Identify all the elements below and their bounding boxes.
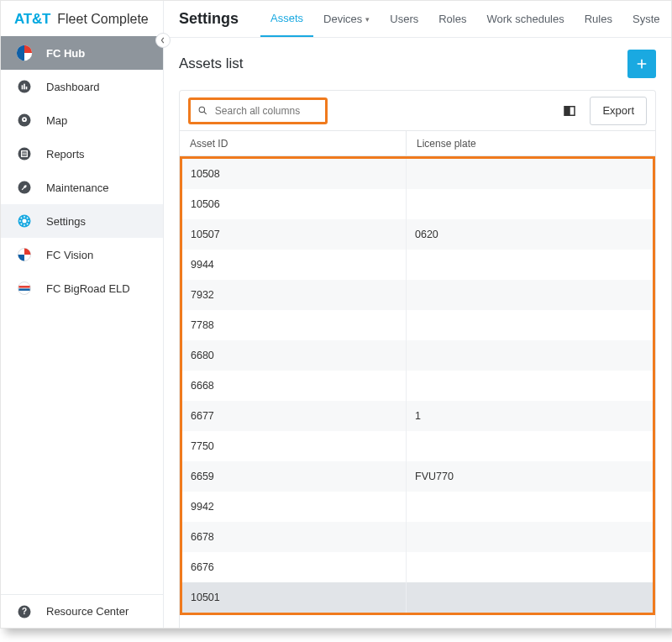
map-pin-icon bbox=[14, 110, 34, 130]
table-row[interactable]: 7788 bbox=[182, 310, 653, 340]
cell-license-plate: 0620 bbox=[407, 229, 653, 240]
tab-label: Users bbox=[390, 13, 418, 25]
table-row[interactable]: 6676 bbox=[182, 552, 653, 582]
cell-asset-id: 6668 bbox=[182, 371, 407, 401]
cell-license-plate: 1 bbox=[407, 410, 653, 422]
cell-asset-id: 10506 bbox=[182, 189, 407, 219]
svg-point-8 bbox=[18, 148, 31, 160]
table-row[interactable]: 6668 bbox=[182, 371, 653, 401]
table-row[interactable]: 7750 bbox=[182, 431, 653, 461]
sidebar-item-label: Settings bbox=[46, 215, 86, 228]
svg-point-17 bbox=[199, 107, 204, 112]
cell-asset-id: 6676 bbox=[182, 552, 407, 582]
brand-fc: Fleet Complete bbox=[57, 12, 149, 27]
reports-icon bbox=[14, 144, 34, 164]
sidebar-item-label: FC BigRoad ELD bbox=[46, 282, 130, 295]
chevron-down-icon: ▾ bbox=[365, 15, 370, 24]
svg-rect-19 bbox=[564, 106, 570, 115]
col-header-asset-id[interactable]: Asset ID bbox=[180, 131, 407, 155]
tab-work-schedules[interactable]: Work schedules bbox=[476, 1, 574, 37]
sidebar-item-label: FC Vision bbox=[46, 249, 93, 261]
sidebar-item-reports[interactable]: Reports bbox=[1, 137, 163, 171]
table-row[interactable]: 10508 bbox=[182, 159, 653, 189]
sidebar-item-map[interactable]: Map bbox=[1, 103, 163, 137]
svg-point-14 bbox=[18, 282, 31, 295]
sidebar-item-label: Map bbox=[46, 114, 67, 127]
add-button[interactable] bbox=[627, 50, 656, 78]
sidebar-item-fc-bigroad-eld[interactable]: FC BigRoad ELD bbox=[1, 271, 163, 305]
sidebar-item-label: Resource Center bbox=[46, 605, 129, 618]
globe-icon bbox=[14, 43, 34, 63]
table-body[interactable]: 1050810506105070620994479327788668066686… bbox=[180, 156, 655, 615]
sidebar-collapse-button[interactable] bbox=[155, 33, 171, 48]
sidebar-item-settings[interactable]: Settings bbox=[1, 204, 163, 238]
svg-point-12 bbox=[23, 219, 27, 224]
topbar: Settings Assets Devices▾ Users Roles Wor… bbox=[164, 1, 671, 38]
table-row[interactable]: 105070620 bbox=[182, 219, 653, 250]
cell-asset-id: 6659 bbox=[182, 461, 407, 492]
gear-icon bbox=[14, 211, 34, 231]
tab-roles[interactable]: Roles bbox=[428, 1, 476, 37]
cell-asset-id: 6680 bbox=[182, 340, 407, 371]
tabs: Assets Devices▾ Users Roles Work schedul… bbox=[260, 1, 669, 37]
cell-asset-id: 7788 bbox=[182, 310, 407, 340]
cell-asset-id: 6677 bbox=[182, 401, 407, 431]
svg-rect-2 bbox=[22, 85, 24, 89]
export-label: Export bbox=[602, 104, 634, 117]
svg-point-7 bbox=[24, 118, 25, 120]
table-row[interactable]: 6680 bbox=[182, 340, 653, 371]
svg-rect-3 bbox=[24, 84, 25, 90]
sidebar: AT&T Fleet Complete FC Hub Dashboard M bbox=[1, 1, 164, 628]
brand-att: AT&T bbox=[14, 11, 50, 28]
tab-assets[interactable]: Assets bbox=[260, 1, 313, 37]
table-row[interactable]: 10501 bbox=[182, 582, 653, 613]
tab-devices[interactable]: Devices▾ bbox=[313, 1, 380, 37]
tab-system[interactable]: Syste bbox=[622, 1, 670, 37]
cell-asset-id: 9944 bbox=[182, 250, 407, 280]
columns-toggle-button[interactable] bbox=[561, 103, 578, 119]
sidebar-item-label: Reports bbox=[46, 148, 85, 160]
table-row[interactable]: 6659FVU770 bbox=[182, 461, 653, 492]
brand-block: AT&T Fleet Complete bbox=[1, 1, 163, 36]
sidebar-item-resource-center[interactable]: ? Resource Center bbox=[1, 594, 163, 628]
tab-label: Work schedules bbox=[486, 13, 564, 25]
table-row[interactable]: 7932 bbox=[182, 280, 653, 310]
tab-users[interactable]: Users bbox=[380, 1, 428, 37]
page-title: Settings bbox=[179, 10, 239, 28]
tab-label: Syste bbox=[633, 13, 660, 25]
sidebar-item-fc-vision[interactable]: FC Vision bbox=[1, 238, 163, 271]
sidebar-item-dashboard[interactable]: Dashboard bbox=[1, 70, 163, 103]
cell-license-plate: FVU770 bbox=[407, 471, 653, 482]
sidebar-item-maintenance[interactable]: Maintenance bbox=[1, 171, 163, 204]
cell-asset-id: 10508 bbox=[182, 159, 407, 189]
sidebar-item-label: FC Hub bbox=[46, 47, 85, 60]
vision-icon bbox=[14, 245, 34, 265]
dashboard-icon bbox=[14, 76, 34, 97]
tab-label: Rules bbox=[585, 13, 612, 25]
search-icon bbox=[197, 104, 208, 117]
col-header-license-plate[interactable]: License plate bbox=[407, 138, 655, 150]
tab-label: Devices bbox=[323, 13, 362, 25]
table-row[interactable]: 6678 bbox=[182, 522, 653, 552]
svg-rect-4 bbox=[26, 87, 28, 89]
tab-rules[interactable]: Rules bbox=[575, 1, 622, 37]
sidebar-item-fc-hub[interactable]: FC Hub bbox=[1, 36, 163, 70]
cell-asset-id: 6678 bbox=[182, 522, 407, 552]
list-title: Assets list bbox=[179, 55, 244, 72]
wrench-icon bbox=[14, 177, 34, 197]
sidebar-item-label: Maintenance bbox=[46, 182, 108, 194]
search-field-highlight bbox=[188, 97, 328, 124]
search-input[interactable] bbox=[215, 105, 318, 117]
bigroad-icon bbox=[14, 278, 34, 298]
tab-label: Assets bbox=[270, 12, 303, 24]
list-toolbar: Export bbox=[179, 90, 656, 130]
table-row[interactable]: 66771 bbox=[182, 401, 653, 431]
table-row[interactable]: 10506 bbox=[182, 189, 653, 219]
cell-asset-id: 9942 bbox=[182, 492, 407, 522]
main-area: Settings Assets Devices▾ Users Roles Wor… bbox=[164, 1, 671, 628]
export-button[interactable]: Export bbox=[590, 97, 647, 125]
cell-asset-id: 10507 bbox=[182, 219, 407, 250]
cell-asset-id: 10501 bbox=[182, 582, 407, 613]
table-row[interactable]: 9944 bbox=[182, 250, 653, 280]
table-row[interactable]: 9942 bbox=[182, 492, 653, 522]
